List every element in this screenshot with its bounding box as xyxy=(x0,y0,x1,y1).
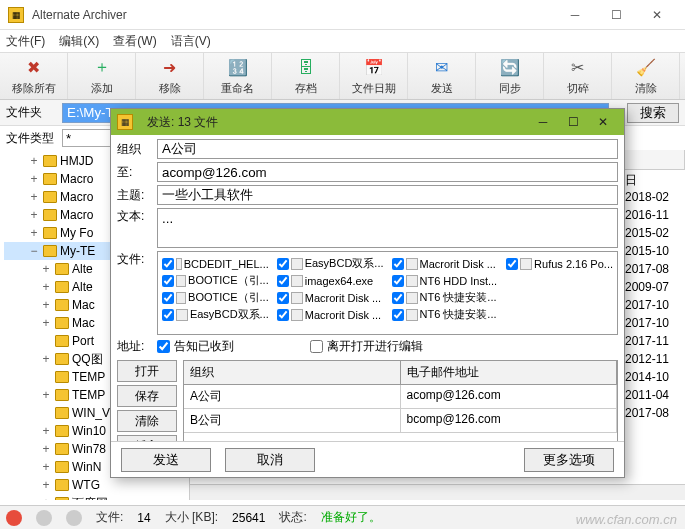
expand-icon[interactable]: + xyxy=(28,190,40,204)
save-button[interactable]: 保存 xyxy=(117,385,177,407)
folder-icon xyxy=(55,335,69,347)
expand-icon[interactable]: + xyxy=(28,154,40,168)
expand-icon[interactable]: + xyxy=(28,226,40,240)
shred-button[interactable]: ✂切碎 xyxy=(544,53,612,99)
tree-item-label: My Fo xyxy=(60,226,93,240)
menu-lang[interactable]: 语言(V) xyxy=(171,33,211,50)
file-item-label: BOOTICE（引... xyxy=(188,273,269,288)
folder-icon xyxy=(55,497,69,500)
close-button[interactable]: ✕ xyxy=(637,3,677,27)
dialog-cancel-button[interactable]: 取消 xyxy=(225,448,315,472)
clear-button[interactable]: 清除 xyxy=(117,410,177,432)
maximize-button[interactable]: ☐ xyxy=(596,3,636,27)
filedate-button[interactable]: 📅文件日期 xyxy=(340,53,408,99)
archive-button[interactable]: 🗄存档 xyxy=(272,53,340,99)
clear-button[interactable]: 🧹清除 xyxy=(612,53,680,99)
stop-icon[interactable] xyxy=(6,510,22,526)
menu-view[interactable]: 查看(W) xyxy=(113,33,156,50)
tree-item-label: Macro xyxy=(60,190,93,204)
menu-edit[interactable]: 编辑(X) xyxy=(59,33,99,50)
play-icon[interactable] xyxy=(66,510,82,526)
expand-icon[interactable]: + xyxy=(40,424,52,438)
remove-button[interactable]: ➜移除 xyxy=(136,53,204,99)
expand-icon[interactable]: + xyxy=(40,316,52,330)
remove-all-button[interactable]: ✖移除所有 xyxy=(0,53,68,99)
watermark: www.cfan.com.cn xyxy=(576,512,677,527)
status-size-value: 25641 xyxy=(232,511,265,525)
file-icon xyxy=(291,275,303,287)
dialog-minimize-button[interactable]: ─ xyxy=(528,112,558,132)
file-item[interactable]: BOOTICE（引... xyxy=(162,273,269,288)
send-button[interactable]: ✉发送 xyxy=(408,53,476,99)
tree-item-label: TEMP xyxy=(72,388,105,402)
expand-icon[interactable]: − xyxy=(28,244,40,258)
address-row[interactable]: A公司acomp@126.com xyxy=(184,385,617,409)
tree-item[interactable]: +WTG xyxy=(4,476,189,494)
folder-label: 文件夹 xyxy=(6,104,56,121)
date-cell: 2012-11 xyxy=(625,350,685,368)
menu-file[interactable]: 文件(F) xyxy=(6,33,45,50)
rename-button-icon: 🔢 xyxy=(227,57,249,79)
dialog-maximize-button[interactable]: ☐ xyxy=(558,112,588,132)
add-button[interactable]: ＋添加 xyxy=(68,53,136,99)
text-input[interactable]: ... xyxy=(157,208,618,248)
file-item[interactable]: imagex64.exe xyxy=(277,273,384,288)
address-row[interactable]: B公司bcomp@126.com xyxy=(184,409,617,433)
file-item-label: EasyBCD双系... xyxy=(190,307,269,322)
leave-open-checkbox[interactable]: 离开打开进行编辑 xyxy=(310,338,423,355)
file-item[interactable]: BOOTICE（引... xyxy=(162,290,269,305)
text-label: 文本: xyxy=(117,208,151,225)
tree-item[interactable]: +百度网 xyxy=(4,494,189,500)
date-cell: 2017-08 xyxy=(625,404,685,422)
expand-icon[interactable]: + xyxy=(40,280,52,294)
file-item[interactable]: Macrorit Disk ... xyxy=(277,290,384,305)
toolbar: ✖移除所有＋添加➜移除🔢重命名🗄存档📅文件日期✉发送🔄同步✂切碎🧹清除 xyxy=(0,52,685,100)
file-item-label: Rufus 2.16 Po... xyxy=(534,258,613,270)
file-item[interactable]: EasyBCD双系... xyxy=(162,307,269,322)
h-scrollbar[interactable] xyxy=(190,484,685,500)
file-item[interactable]: Macrorit Disk ... xyxy=(392,256,499,271)
archive-button-icon: 🗄 xyxy=(295,57,317,79)
expand-icon[interactable]: + xyxy=(40,496,52,500)
expand-icon[interactable]: + xyxy=(40,442,52,456)
minimize-button[interactable]: ─ xyxy=(555,3,595,27)
dialog-send-button[interactable]: 发送 xyxy=(121,448,211,472)
filetype-input[interactable] xyxy=(62,129,112,147)
search-button[interactable]: 搜索 xyxy=(627,103,679,123)
file-item[interactable] xyxy=(506,307,613,322)
dialog-title: 发送: 13 文件 xyxy=(147,114,218,131)
date-cell: 2018-02 xyxy=(625,188,685,206)
expand-icon[interactable]: + xyxy=(40,388,52,402)
folder-icon xyxy=(43,245,57,257)
file-item[interactable] xyxy=(506,273,613,288)
address-table[interactable]: 组织 电子邮件地址 A公司acomp@126.comB公司bcomp@126.c… xyxy=(183,360,618,441)
expand-icon[interactable]: + xyxy=(40,352,52,366)
open-button[interactable]: 打开 xyxy=(117,360,177,382)
expand-icon[interactable]: + xyxy=(28,172,40,186)
file-item[interactable]: Macrorit Disk ... xyxy=(277,307,384,322)
org-input[interactable] xyxy=(157,139,618,159)
expand-icon[interactable]: + xyxy=(40,460,52,474)
dialog-more-button[interactable]: 更多选项 xyxy=(524,448,614,472)
expand-icon[interactable]: + xyxy=(40,298,52,312)
subject-input[interactable] xyxy=(157,185,618,205)
expand-icon[interactable]: + xyxy=(40,262,52,276)
notify-checkbox[interactable]: 告知已收到 xyxy=(157,338,234,355)
tree-item-label: Mac xyxy=(72,316,95,330)
dialog-titlebar[interactable]: ▦ 发送: 13 文件 ─ ☐ ✕ xyxy=(111,109,624,135)
expand-icon[interactable]: + xyxy=(40,478,52,492)
file-item[interactable]: BCDEDIT_HEL... xyxy=(162,256,269,271)
file-item[interactable]: Rufus 2.16 Po... xyxy=(506,256,613,271)
date-cell: 2016-11 xyxy=(625,206,685,224)
file-item[interactable]: NT6 HDD Inst... xyxy=(392,273,499,288)
sync-button[interactable]: 🔄同步 xyxy=(476,53,544,99)
pause-icon[interactable] xyxy=(36,510,52,526)
dialog-close-button[interactable]: ✕ xyxy=(588,112,618,132)
file-item[interactable]: EasyBCD双系... xyxy=(277,256,384,271)
rename-button[interactable]: 🔢重命名 xyxy=(204,53,272,99)
expand-icon[interactable]: + xyxy=(28,208,40,222)
file-item[interactable]: NT6 快捷安装... xyxy=(392,290,499,305)
file-item[interactable]: NT6 快捷安装... xyxy=(392,307,499,322)
file-item[interactable] xyxy=(506,290,613,305)
to-input[interactable] xyxy=(157,162,618,182)
